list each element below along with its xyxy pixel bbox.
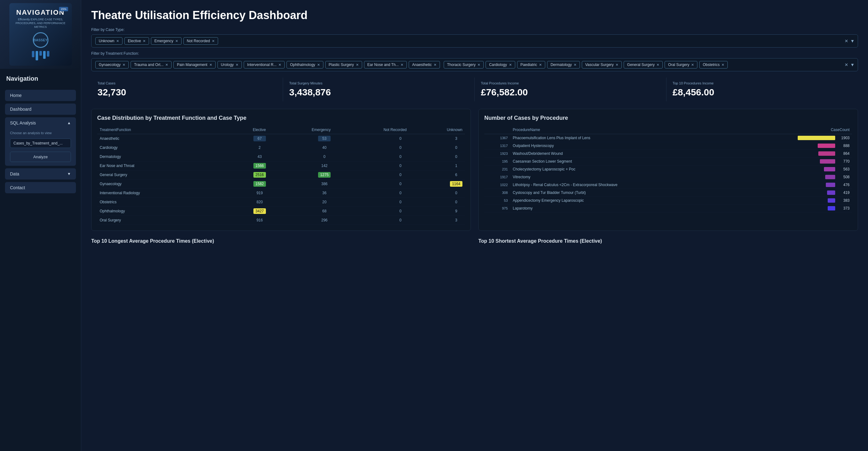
cell-not-recorded: 0 [333, 189, 409, 198]
cell-not-recorded: 0 [333, 207, 409, 216]
proc-rank: 308 [484, 189, 510, 197]
sidebar-title: Navigation [5, 75, 76, 82]
chip-interventional[interactable]: Interventional R...✕ [244, 61, 285, 68]
chip-not-recorded-close[interactable]: ✕ [212, 39, 215, 43]
chip-paediatric[interactable]: Paediatric✕ [517, 61, 545, 68]
chip-vascular-close[interactable]: ✕ [616, 63, 618, 67]
cell-not-recorded: 0 [333, 134, 409, 143]
analyze-button[interactable]: Analyze [10, 152, 71, 162]
chip-anaesthetic-close[interactable]: ✕ [434, 63, 436, 67]
sql-chevron-icon: ▲ [67, 121, 71, 125]
cell-emergency: 53 [269, 134, 333, 143]
chip-cardiology[interactable]: Cardiology✕ [486, 61, 515, 68]
table-row: Interventional Radiology 919 36 0 0 [97, 189, 465, 198]
cell-not-recorded: 0 [333, 179, 409, 189]
top10-procedures-income-value: £8,456.00 [673, 87, 852, 97]
chip-obstetrics-close[interactable]: ✕ [721, 63, 724, 67]
proc-bar [828, 198, 835, 203]
chip-anaesthetic[interactable]: Anaesthetic✕ [409, 61, 440, 68]
data-section: Data ▼ [5, 168, 76, 179]
chip-thoracic-close[interactable]: ✕ [477, 63, 480, 67]
table-row: Anaesthetic 67 53 0 3 [97, 134, 465, 143]
nav-dashboard-button[interactable]: Dashboard [5, 104, 76, 115]
cell-function: Obstetrics [97, 198, 219, 207]
cell-unknown: 3 [409, 216, 465, 225]
logo-badge: 15% [59, 7, 68, 11]
chip-thoracic[interactable]: Thoracic Surgery✕ [444, 61, 484, 68]
treatment-function-filter-label: Filter by Treatment Function: [91, 51, 858, 56]
filter-clear-icon[interactable]: ✕ [844, 38, 848, 44]
chip-cardiology-close[interactable]: ✕ [509, 63, 512, 67]
chip-ear-nose[interactable]: Ear Nose and Th...✕ [364, 61, 407, 68]
cell-elective: 916 [219, 216, 269, 225]
cell-not-recorded: 0 [333, 216, 409, 225]
sidebar-nav: Navigation Home Dashboard SQL Analysis ▲… [0, 69, 81, 200]
chip-oral-close[interactable]: ✕ [691, 63, 694, 67]
analysis-select[interactable]: Cases_by_Treatment_and_... [10, 139, 71, 148]
chip-vascular[interactable]: Vascular Surgery✕ [582, 61, 622, 68]
nav-contact-button[interactable]: Contact [5, 182, 76, 193]
cell-not-recorded: 0 [333, 161, 409, 170]
proc-name: Washout/Debridement Wound [510, 150, 735, 158]
cell-unknown: 1 [409, 161, 465, 170]
cell-unknown: 0 [409, 152, 465, 161]
list-item: 975 Laparotomy 373 [484, 204, 852, 213]
chip-pain[interactable]: Pain Management✕ [174, 61, 215, 68]
cell-emergency: 142 [269, 161, 333, 170]
proc-count-cell: 373 [736, 204, 852, 213]
chip-trauma-close[interactable]: ✕ [165, 63, 168, 67]
chip-elective[interactable]: Elective ✕ [124, 37, 149, 45]
chip-dermatology[interactable]: Dermatology✕ [547, 61, 580, 68]
proc-count: 419 [837, 191, 849, 195]
chip-oral[interactable]: Oral Surgery✕ [664, 61, 698, 68]
proc-count-cell: 419 [736, 189, 852, 197]
chip-pain-close[interactable]: ✕ [209, 63, 212, 67]
chip-plastic-close[interactable]: ✕ [356, 63, 359, 67]
proc-count-cell: 1903 [736, 134, 852, 142]
treatment-filter-clear-icon[interactable]: ✕ [844, 62, 848, 67]
chip-unknown[interactable]: Unknown ✕ [95, 37, 122, 45]
cell-elective: 2516 [219, 170, 269, 179]
proc-count: 563 [837, 167, 849, 171]
chip-gynaecology[interactable]: Gynaecology✕ [95, 61, 129, 68]
chip-ophthalmology[interactable]: Ophthalmology✕ [286, 61, 323, 68]
filter-expand-icon[interactable]: ▼ [850, 38, 855, 44]
chip-elective-close[interactable]: ✕ [143, 39, 146, 43]
nav-home-button[interactable]: Home [5, 90, 76, 101]
chip-emergency[interactable]: Emergency ✕ [151, 37, 182, 45]
chip-dermatology-close[interactable]: ✕ [574, 63, 577, 67]
proc-count-cell: 476 [736, 181, 852, 189]
total-surgery-minutes-value: 3,438,876 [289, 87, 468, 97]
chip-ophthalmology-close[interactable]: ✕ [317, 63, 320, 67]
cell-emergency: 0 [269, 152, 333, 161]
chip-general-close[interactable]: ✕ [656, 63, 659, 67]
total-procedures-income-label: Total Procedures Income [481, 81, 660, 85]
sql-analysis-header[interactable]: SQL Analysis ▲ [5, 117, 76, 129]
cell-unknown: 0 [409, 198, 465, 207]
treatment-filter-expand-icon[interactable]: ▼ [850, 62, 855, 67]
proc-name: Cystoscopy and Tur Bladder Tumour (Turbt… [510, 189, 735, 197]
chip-emergency-close[interactable]: ✕ [175, 39, 178, 43]
chip-gynaecology-close[interactable]: ✕ [122, 63, 125, 67]
cell-unknown: 0 [409, 143, 465, 152]
cell-function: Ophthalmology [97, 207, 219, 216]
proc-rank: 975 [484, 204, 510, 213]
chip-obstetrics[interactable]: Obstetrics✕ [699, 61, 728, 68]
chip-plastic[interactable]: Plastic Surgery✕ [325, 61, 362, 68]
chip-paediatric-close[interactable]: ✕ [539, 63, 542, 67]
cell-function: Ear Nose and Throat [97, 161, 219, 170]
chip-interventional-close[interactable]: ✕ [278, 63, 281, 67]
chip-urology-close[interactable]: ✕ [236, 63, 239, 67]
chip-trauma[interactable]: Trauma and Ort...✕ [131, 61, 172, 68]
data-chevron-icon: ▼ [67, 172, 71, 176]
chip-not-recorded[interactable]: Not Recorded ✕ [183, 37, 218, 45]
chip-urology[interactable]: Urology✕ [217, 61, 242, 68]
list-item: 195 Caesarean Section Lower Segment 770 [484, 158, 852, 165]
proc-rank: 53 [484, 197, 510, 204]
chip-ear-nose-close[interactable]: ✕ [401, 63, 403, 67]
chip-unknown-close[interactable]: ✕ [116, 39, 119, 43]
list-item: 231 Cholecystectomy Laparoscopic + Poc 5… [484, 165, 852, 173]
proc-rank: 1367 [484, 134, 510, 142]
data-section-header[interactable]: Data ▼ [5, 168, 76, 179]
chip-general[interactable]: General Surgery✕ [624, 61, 663, 68]
